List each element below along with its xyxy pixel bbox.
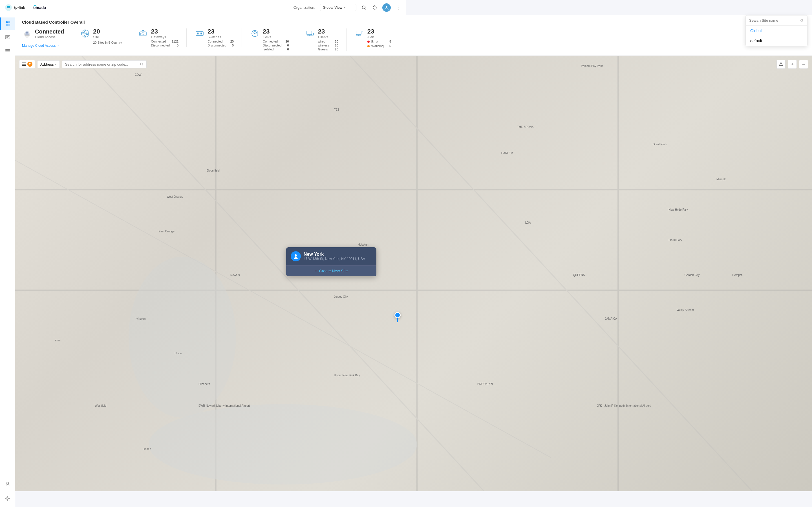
stat-clients: 23 Clients wired 20 wireless 20 Guests 2…: [305, 29, 347, 51]
popup-header: New York 47 W 13th St, New York, NY 1001…: [286, 247, 376, 253]
eap-disconnected-count: 0: [287, 44, 289, 47]
svg-rect-16: [5, 50, 10, 51]
popup-info: New York 47 W 13th St, New York, NY 1001…: [304, 252, 365, 253]
gateway-count: 23: [151, 29, 179, 35]
svg-point-65: [140, 63, 142, 65]
eap-isolated-count: 0: [287, 48, 289, 51]
error-dot: [367, 41, 370, 43]
site-sub: 20 Sites in 5 Country: [93, 41, 122, 44]
alert-error-row: Error 8: [367, 40, 391, 44]
warning-count: 5: [389, 44, 391, 48]
gateway-icon: [138, 29, 148, 39]
popup-avatar-icon: [291, 251, 301, 253]
map-roads: [15, 56, 406, 253]
svg-line-4: [365, 8, 366, 10]
avatar[interactable]: [382, 3, 391, 12]
popup-title: New York: [304, 252, 365, 253]
navbar: tp-link omada Organization: Global View …: [0, 0, 406, 15]
svg-point-5: [386, 6, 388, 8]
eap-disconnected-label: Disconnected: [263, 44, 282, 47]
navbar-right: Organization: Global View ▾ ⋮: [294, 3, 402, 12]
stats-row: Connected Cloud Access Manage Cloud Acce…: [22, 29, 406, 51]
svg-point-36: [197, 33, 198, 34]
svg-rect-8: [6, 21, 8, 23]
svg-point-38: [200, 33, 201, 34]
map-toolbar: 2 Address ▾: [19, 60, 147, 69]
eap-connected-label: Connected: [263, 40, 278, 43]
map-search-icon: [140, 62, 144, 66]
client-wired: wired 20: [318, 40, 338, 43]
org-selector[interactable]: Global View ▾: [320, 4, 356, 11]
warning-label: Warning: [371, 44, 384, 48]
svg-line-59: [15, 123, 406, 253]
more-icon[interactable]: ⋮: [395, 4, 402, 11]
sidebar-item-devices[interactable]: [1, 31, 14, 43]
client-wired-count: 20: [335, 40, 338, 43]
svg-rect-12: [5, 36, 10, 39]
client-label: Clients: [318, 35, 338, 39]
svg-line-58: [350, 56, 406, 253]
switch-label: Switches: [207, 35, 234, 39]
eap-count: 23: [263, 29, 289, 35]
switch-disconnected-count: 0: [232, 44, 234, 47]
error-label: Error: [371, 40, 379, 44]
site-info: 20 Site 20 Sites in 5 Country: [93, 29, 122, 44]
switch-sub-disconnected: Disconnected 0: [207, 44, 234, 47]
error-count: 8: [389, 40, 391, 44]
map-menu-button[interactable]: 2: [19, 60, 35, 69]
svg-point-1: [7, 6, 8, 7]
svg-point-41: [254, 33, 255, 34]
site-label: Site: [93, 35, 122, 39]
switch-disconnected-label: Disconnected: [207, 44, 226, 47]
alert-icon: [354, 29, 364, 39]
alert-info: 23 Alert Error 8 Warning: [367, 29, 391, 48]
gateway-sub-connected: Connected 2121: [151, 40, 179, 43]
map-search-input[interactable]: [65, 62, 138, 66]
map-area[interactable]: CDWTEBTHE BRONXBloomfieldHARLEMWest Oran…: [15, 56, 406, 253]
client-guests-label: Guests: [318, 48, 328, 51]
address-select[interactable]: Address ▾: [37, 60, 60, 68]
gateway-connected-count: 2121: [172, 40, 179, 43]
eap-icon: [250, 29, 260, 39]
client-guests: Guests 20: [318, 48, 338, 51]
stats-title: Cloud Based Controller Overall: [22, 20, 406, 24]
gateway-sub-disconnected: Disconnected 0: [151, 44, 179, 47]
cloud-status: Connected: [35, 29, 64, 35]
search-icon[interactable]: [361, 4, 367, 11]
eap-info: 23 EAPs Connected 20 Disconnected 0 Isol…: [263, 29, 289, 51]
eap-label: EAPs: [263, 35, 289, 39]
manage-cloud-link[interactable]: Manage Cloud Access >: [22, 44, 59, 48]
alert-warning-row: Warning 5: [367, 44, 391, 48]
client-count: 23: [318, 29, 338, 35]
svg-point-39: [201, 33, 202, 34]
logo: tp-link omada: [4, 4, 53, 11]
sidebar-item-dashboard[interactable]: [0, 17, 15, 30]
eap-sub-disconnected: Disconnected 0: [263, 44, 289, 47]
chevron-down-icon: ▾: [344, 6, 346, 9]
cloud-info: Connected Cloud Access: [35, 29, 64, 39]
gateway-disconnected-count: 0: [177, 44, 179, 47]
svg-rect-11: [8, 24, 10, 26]
stats-bar: Cloud Based Controller Overall: [15, 15, 406, 56]
alert-count: 23: [367, 29, 391, 35]
client-guests-count: 20: [335, 48, 338, 51]
cloud-sub: Cloud Access: [35, 35, 64, 39]
cloud-icon: [22, 29, 32, 39]
svg-rect-10: [6, 24, 8, 26]
eap-sub-isolated: Isolated 0: [263, 48, 289, 51]
switch-connected-label: Connected: [207, 40, 222, 43]
address-label: Address: [40, 62, 54, 66]
svg-rect-45: [312, 33, 313, 35]
alert-error-item: Error: [367, 40, 379, 44]
sidebar-item-network[interactable]: [1, 45, 14, 57]
refresh-icon[interactable]: [371, 4, 378, 11]
alert-warning-item: Warning: [367, 44, 384, 48]
svg-rect-42: [307, 31, 312, 35]
switch-connected-count: 20: [231, 40, 234, 43]
switch-info: 23 Switches Connected 20 Disconnected 0: [207, 29, 234, 47]
map-search-bar: [62, 60, 147, 68]
eap-sub-connected: Connected 20: [263, 40, 289, 43]
client-wireless-label: wireless: [318, 44, 329, 47]
stat-eaps: 23 EAPs Connected 20 Disconnected 0 Isol…: [250, 29, 297, 51]
sidebar: [0, 15, 15, 253]
